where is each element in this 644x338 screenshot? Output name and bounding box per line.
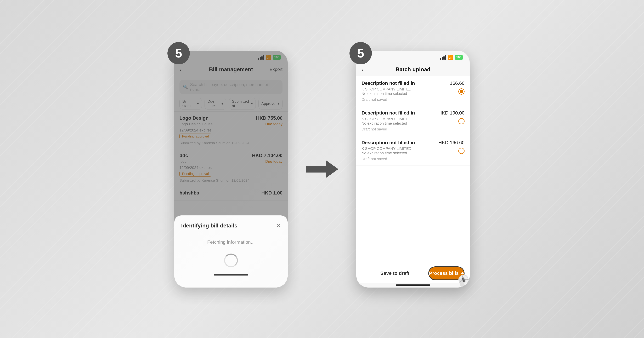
- right-phone-group: 5 :28 📶 100 ‹ Batch u: [356, 51, 470, 288]
- process-bills-label: Process bills: [429, 271, 459, 276]
- status-bar-right: :28 📶 100: [356, 51, 470, 63]
- arrow-container: [308, 160, 336, 178]
- back-button-right[interactable]: ‹: [362, 66, 363, 72]
- save-draft-button[interactable]: Save to draft: [362, 266, 428, 280]
- batch-item-title-1: Description not filled in: [362, 80, 450, 86]
- status-icons-right: 📶 100: [440, 55, 463, 60]
- modal-header: Identifying bill details ✕: [181, 222, 281, 229]
- batch-item-amount-1: 166.60: [450, 80, 464, 86]
- loading-spinner: [224, 254, 238, 267]
- step-badge-right: 5: [350, 42, 372, 64]
- batch-item-company-2: K SHOP COMPANY LIMITED: [362, 117, 412, 121]
- batch-draft-3: Draft not saved: [362, 157, 464, 161]
- step-badge-left: 5: [168, 42, 190, 64]
- batch-item-1[interactable]: Description not filled in 166.60 K SHOP …: [356, 76, 470, 106]
- batch-item-company-3: K SHOP COMPANY LIMITED: [362, 146, 412, 151]
- modal-body: Fetching information...: [181, 234, 281, 273]
- process-bills-wrapper: Process bills ➜ 🖱️: [428, 266, 464, 280]
- modal-sheet: Identifying bill details ✕ Fetching info…: [174, 215, 288, 288]
- batch-radio-2[interactable]: [458, 118, 464, 124]
- batch-radio-1[interactable]: [458, 88, 464, 95]
- arrow-shape: [306, 160, 338, 178]
- batch-item-amount-3: HKD 166.60: [438, 140, 464, 145]
- batch-list: Description not filled in 166.60 K SHOP …: [356, 76, 470, 262]
- home-indicator-modal: [214, 274, 248, 276]
- nav-bar-right: ‹ Batch upload: [356, 63, 470, 76]
- batch-item-3[interactable]: Description not filled in HKD 166.60 K S…: [356, 136, 470, 165]
- main-scene: 5 :28 📶 100 ‹ Bill ma: [0, 0, 644, 338]
- left-phone: :28 📶 100 ‹ Bill management Export: [174, 51, 288, 288]
- batch-item-expiry-2: No expiration time selected: [362, 121, 412, 126]
- modal-fetching-text: Fetching information...: [207, 240, 255, 245]
- batch-draft-1: Draft not saved: [362, 97, 464, 102]
- left-phone-group: 5 :28 📶 100 ‹ Bill ma: [174, 51, 288, 288]
- batch-item-title-3: Description not filled in: [362, 140, 438, 145]
- batch-item-amount-2: HKD 190.00: [438, 110, 464, 116]
- modal-close-button[interactable]: ✕: [276, 222, 281, 229]
- bottom-bar: Save to draft Process bills ➜ 🖱️: [356, 262, 470, 283]
- batch-item-expiry-1: No expiration time selected: [362, 91, 412, 96]
- signal-bars-right: [440, 55, 446, 60]
- modal-overlay: Identifying bill details ✕ Fetching info…: [174, 51, 288, 288]
- modal-title: Identifying bill details: [181, 223, 237, 229]
- batch-item-expiry-3: No expiration time selected: [362, 151, 412, 155]
- right-phone: :28 📶 100 ‹ Batch upload: [356, 51, 470, 288]
- batch-item-company-1: K SHOP COMPANY LIMITED: [362, 87, 412, 91]
- page-title-right: Batch upload: [396, 66, 430, 73]
- arrow-head: [326, 160, 338, 178]
- home-indicator-right: [396, 285, 430, 286]
- batch-draft-2: Draft not saved: [362, 127, 464, 131]
- batch-radio-3[interactable]: [458, 148, 464, 154]
- wifi-icon-right: 📶: [448, 55, 453, 60]
- arrow-body: [306, 166, 326, 173]
- batch-item-title-2: Description not filled in: [362, 110, 438, 116]
- battery-right: 100: [455, 55, 463, 60]
- batch-item-2[interactable]: Description not filled in HKD 190.00 K S…: [356, 106, 470, 136]
